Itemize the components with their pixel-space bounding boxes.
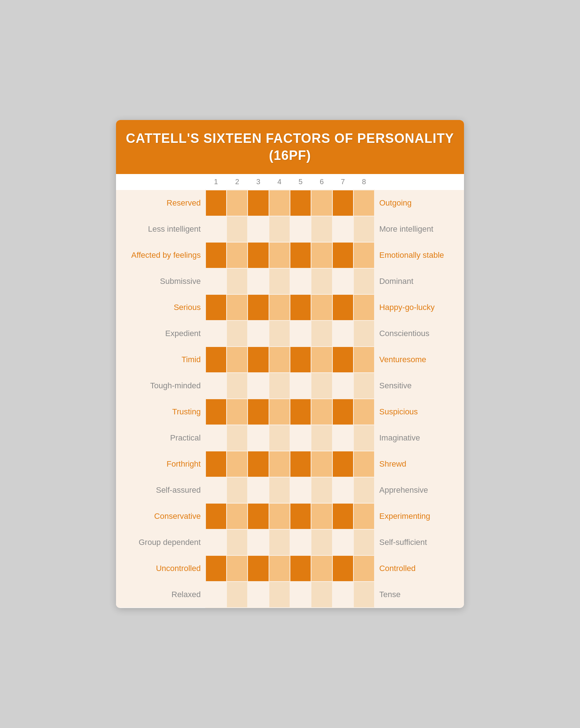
cell-9-8 (353, 399, 374, 425)
cell-6-8 (353, 320, 374, 347)
cell-10-6 (311, 425, 332, 451)
cell-9-7 (332, 399, 353, 425)
left-label-7: Timid (116, 347, 206, 373)
left-label-8: Tough-minded (116, 373, 206, 399)
cell-11-2 (227, 451, 248, 477)
col-header-4: 4 (269, 174, 290, 190)
cell-16-2 (227, 582, 248, 608)
cell-5-6 (311, 294, 332, 320)
cell-13-7 (332, 503, 353, 529)
cell-8-6 (311, 373, 332, 399)
cell-12-2 (227, 477, 248, 503)
cell-14-4 (269, 529, 290, 555)
cell-5-4 (269, 294, 290, 320)
col-header-2: 2 (227, 174, 248, 190)
cell-3-1 (206, 242, 227, 268)
cell-8-3 (248, 373, 269, 399)
cell-16-3 (248, 582, 269, 608)
table-row: ForthrightShrewd (116, 451, 464, 477)
cell-9-5 (290, 399, 311, 425)
right-label-4: Dominant (374, 268, 464, 294)
cell-3-8 (353, 242, 374, 268)
cell-6-7 (332, 320, 353, 347)
cell-12-4 (269, 477, 290, 503)
cell-2-5 (290, 216, 311, 242)
main-card: CATTELL'S SIXTEEN FACTORS OF PERSONALITY… (116, 120, 464, 608)
cell-3-7 (332, 242, 353, 268)
cell-8-2 (227, 373, 248, 399)
cell-7-5 (290, 347, 311, 373)
cell-8-4 (269, 373, 290, 399)
factors-table: 1 2 3 4 5 6 7 8 ReservedOutgoingLess int… (116, 174, 464, 608)
right-label-9: Suspicious (374, 399, 464, 425)
cell-2-3 (248, 216, 269, 242)
left-label-4: Submissive (116, 268, 206, 294)
col-header-5: 5 (290, 174, 311, 190)
left-label-3: Affected by feelings (116, 242, 206, 268)
cell-5-7 (332, 294, 353, 320)
cell-13-1 (206, 503, 227, 529)
cell-15-3 (248, 555, 269, 582)
right-label-14: Self-sufficient (374, 529, 464, 555)
cell-14-6 (311, 529, 332, 555)
left-label-2: Less intelligent (116, 216, 206, 242)
cell-15-7 (332, 555, 353, 582)
cell-15-5 (290, 555, 311, 582)
cell-4-6 (311, 268, 332, 294)
cell-1-6 (311, 190, 332, 216)
cell-6-6 (311, 320, 332, 347)
table-container: 1 2 3 4 5 6 7 8 ReservedOutgoingLess int… (116, 174, 464, 608)
column-header-row: 1 2 3 4 5 6 7 8 (116, 174, 464, 190)
cell-12-3 (248, 477, 269, 503)
left-label-1: Reserved (116, 190, 206, 216)
cell-1-8 (353, 190, 374, 216)
table-row: SubmissiveDominant (116, 268, 464, 294)
cell-1-4 (269, 190, 290, 216)
col-header-7: 7 (332, 174, 353, 190)
right-header-empty (374, 174, 464, 190)
cell-11-7 (332, 451, 353, 477)
cell-9-6 (311, 399, 332, 425)
cell-15-1 (206, 555, 227, 582)
right-label-6: Conscientious (374, 320, 464, 347)
left-label-16: Relaxed (116, 582, 206, 608)
cell-1-2 (227, 190, 248, 216)
cell-2-4 (269, 216, 290, 242)
left-label-9: Trusting (116, 399, 206, 425)
cell-2-6 (311, 216, 332, 242)
cell-11-5 (290, 451, 311, 477)
cell-13-8 (353, 503, 374, 529)
table-row: Self-assuredApprehensive (116, 477, 464, 503)
cell-11-6 (311, 451, 332, 477)
cell-6-3 (248, 320, 269, 347)
cell-13-3 (248, 503, 269, 529)
cell-3-3 (248, 242, 269, 268)
cell-7-6 (311, 347, 332, 373)
cell-11-4 (269, 451, 290, 477)
cell-4-8 (353, 268, 374, 294)
cell-6-5 (290, 320, 311, 347)
cell-1-7 (332, 190, 353, 216)
right-label-3: Emotionally stable (374, 242, 464, 268)
left-header-empty (116, 174, 206, 190)
cell-8-8 (353, 373, 374, 399)
cell-4-2 (227, 268, 248, 294)
cell-10-5 (290, 425, 311, 451)
cell-10-1 (206, 425, 227, 451)
cell-10-8 (353, 425, 374, 451)
cell-9-4 (269, 399, 290, 425)
cell-5-2 (227, 294, 248, 320)
cell-15-8 (353, 555, 374, 582)
cell-10-3 (248, 425, 269, 451)
cell-3-6 (311, 242, 332, 268)
right-label-2: More intelligent (374, 216, 464, 242)
cell-12-1 (206, 477, 227, 503)
left-label-5: Serious (116, 294, 206, 320)
table-row: TrustingSuspicious (116, 399, 464, 425)
cell-1-5 (290, 190, 311, 216)
cell-10-2 (227, 425, 248, 451)
cell-13-2 (227, 503, 248, 529)
cell-6-4 (269, 320, 290, 347)
table-row: RelaxedTense (116, 582, 464, 608)
left-label-14: Group dependent (116, 529, 206, 555)
